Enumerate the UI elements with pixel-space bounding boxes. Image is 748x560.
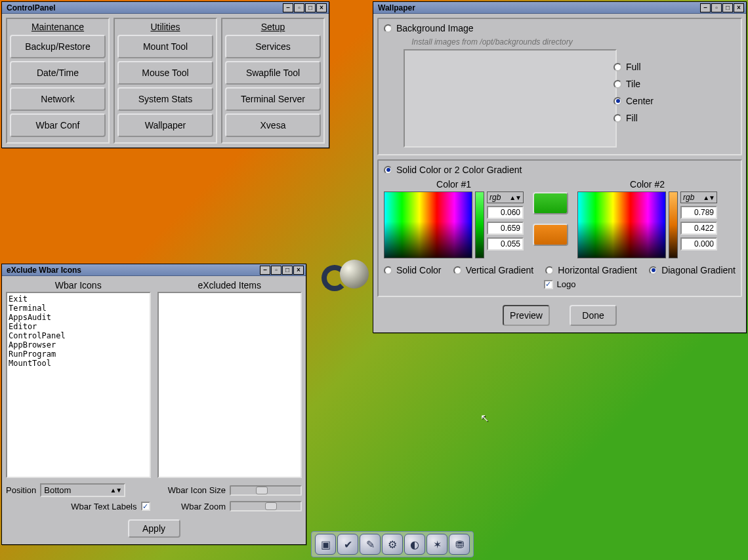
system-stats-button[interactable]: System Stats — [117, 87, 213, 111]
cursor-icon: ↖ — [480, 412, 489, 424]
xvesa-button[interactable]: Xvesa — [225, 113, 321, 137]
mouse-tool-button[interactable]: Mouse Tool — [117, 61, 213, 85]
desktop-logo — [322, 260, 367, 295]
list-item[interactable]: RunProgram — [9, 350, 148, 359]
maximize-icon[interactable]: □ — [282, 266, 293, 275]
radio-icon[interactable] — [613, 97, 622, 106]
bgmode-full[interactable]: Full — [613, 62, 654, 72]
color1-mode-select[interactable]: rgb▲▼ — [487, 191, 524, 203]
apply-button[interactable]: Apply — [128, 519, 180, 538]
wallpaper-titlebar[interactable]: Wallpaper – ▫ □ × — [373, 2, 746, 14]
color2-mode-select[interactable]: rgb▲▼ — [680, 191, 717, 203]
position-select[interactable]: Bottom ▲▼ — [40, 483, 125, 497]
position-value: Bottom — [44, 485, 71, 495]
editor-icon[interactable]: ✎ — [360, 534, 381, 555]
close-icon[interactable]: × — [293, 266, 304, 275]
color1-r-input[interactable] — [487, 206, 524, 219]
list-item[interactable]: Terminal — [9, 304, 148, 313]
controlpanel-window: ControlPanel – ▫ □ × MaintenanceBackup/R… — [1, 1, 329, 148]
textlabels-checkbox[interactable]: ✓ — [141, 502, 150, 511]
color1-huebar[interactable] — [475, 191, 484, 258]
terminal-server-button[interactable]: Terminal Server — [225, 87, 321, 111]
bgmode-center[interactable]: Center — [613, 96, 654, 106]
radio-icon[interactable] — [384, 266, 392, 275]
swatch-color1[interactable] — [533, 192, 568, 214]
radio-icon[interactable] — [453, 266, 462, 275]
list-item[interactable]: Editor — [9, 322, 148, 331]
gradopt-diagonal-gradient[interactable]: Diagonal Gradient — [649, 265, 736, 275]
wallpaper-title: Wallpaper — [375, 3, 699, 12]
iconsize-slider[interactable] — [230, 485, 302, 496]
wallpaper-window: Wallpaper – ▫ □ × Background Image Insta… — [373, 1, 747, 333]
date-time-button[interactable]: Date/Time — [10, 61, 106, 85]
radio-icon[interactable] — [613, 80, 622, 89]
controlpanel-titlebar[interactable]: ControlPanel – ▫ □ × — [2, 2, 329, 14]
radio-icon[interactable] — [613, 63, 622, 71]
color2-b-input[interactable] — [680, 237, 717, 250]
network-button[interactable]: Network — [10, 87, 106, 111]
swatch-color2[interactable] — [533, 224, 568, 246]
bgmode-tile[interactable]: Tile — [613, 79, 654, 89]
run-icon[interactable]: ✶ — [426, 534, 447, 555]
logo-label: Logo — [557, 279, 576, 289]
mount-icon[interactable]: ⛃ — [449, 534, 470, 555]
color2-label: Color #2 — [630, 179, 665, 190]
bg-preview-box[interactable] — [404, 49, 617, 148]
swapfile-tool-button[interactable]: Swapfile Tool — [225, 61, 321, 85]
browser-icon[interactable]: ◐ — [404, 534, 425, 555]
apps-icon[interactable]: ✔ — [337, 534, 358, 555]
restore-icon[interactable]: ▫ — [711, 3, 722, 12]
gradient-title: Solid Color or 2 Color Gradient — [396, 165, 522, 175]
done-button[interactable]: Done — [570, 305, 617, 326]
list-item[interactable]: AppsAudit — [9, 313, 148, 322]
mount-tool-button[interactable]: Mount Tool — [117, 35, 213, 58]
color2-picker[interactable] — [577, 191, 666, 258]
list-item[interactable]: Exit — [9, 294, 148, 304]
maximize-icon[interactable]: □ — [722, 3, 733, 12]
bgmode-fill[interactable]: Fill — [613, 113, 654, 123]
color2-huebar[interactable] — [669, 191, 678, 258]
preview-button[interactable]: Preview — [503, 305, 550, 326]
color1-picker[interactable] — [384, 191, 472, 258]
terminal-icon[interactable]: ▣ — [315, 534, 336, 555]
exclude-title: eXclude Wbar Icons — [4, 266, 259, 275]
bgmode-label: Fill — [626, 113, 638, 123]
wbar-icons-header: Wbar Icons — [6, 280, 151, 290]
bgimage-radio[interactable] — [384, 24, 392, 33]
gradopt-horizontal-gradient[interactable]: Horizontal Gradient — [545, 265, 637, 275]
restore-icon[interactable]: ▫ — [271, 266, 281, 275]
maximize-icon[interactable]: □ — [305, 3, 316, 12]
backup-restore-button[interactable]: Backup/Restore — [10, 35, 106, 58]
zoom-slider[interactable] — [230, 501, 302, 511]
radio-icon[interactable] — [649, 266, 657, 275]
radio-icon[interactable] — [545, 266, 554, 275]
list-item[interactable]: AppBrowser — [9, 340, 148, 350]
gradient-radio[interactable] — [384, 166, 392, 174]
minimize-icon[interactable]: – — [700, 3, 711, 12]
close-icon[interactable]: × — [316, 3, 327, 12]
color2-g-input[interactable] — [680, 222, 717, 235]
color1-b-input[interactable] — [487, 237, 524, 250]
close-icon[interactable]: × — [734, 3, 744, 12]
restore-icon[interactable]: ▫ — [294, 3, 304, 12]
bgimage-group: Background Image Install images from /op… — [377, 18, 742, 155]
exclude-titlebar[interactable]: eXclude Wbar Icons – ▫ □ × — [2, 264, 306, 276]
gradopt-vertical-gradient[interactable]: Vertical Gradient — [453, 265, 534, 275]
minimize-icon[interactable]: – — [283, 3, 293, 12]
controlpanel-icon[interactable]: ⚙ — [382, 534, 403, 555]
color1-g-input[interactable] — [487, 222, 524, 235]
list-item[interactable]: ControlPanel — [9, 331, 148, 340]
logo-checkbox[interactable]: ✓ — [544, 280, 553, 289]
color2-r-input[interactable] — [680, 206, 717, 219]
wallpaper-button[interactable]: Wallpaper — [117, 113, 213, 137]
list-item[interactable]: MountTool — [9, 359, 148, 368]
minimize-icon[interactable]: – — [260, 266, 270, 275]
color1-label: Color #1 — [436, 179, 471, 190]
wbar-conf-button[interactable]: Wbar Conf — [10, 113, 106, 137]
radio-icon[interactable] — [613, 114, 622, 123]
excluded-items-list[interactable] — [157, 292, 302, 478]
iconsize-label: Wbar Icon Size — [168, 485, 226, 495]
services-button[interactable]: Services — [225, 35, 321, 58]
gradopt-solid-color[interactable]: Solid Color — [384, 265, 441, 275]
wbar-icons-list[interactable]: ExitTerminalAppsAuditEditorControlPanelA… — [6, 292, 151, 478]
